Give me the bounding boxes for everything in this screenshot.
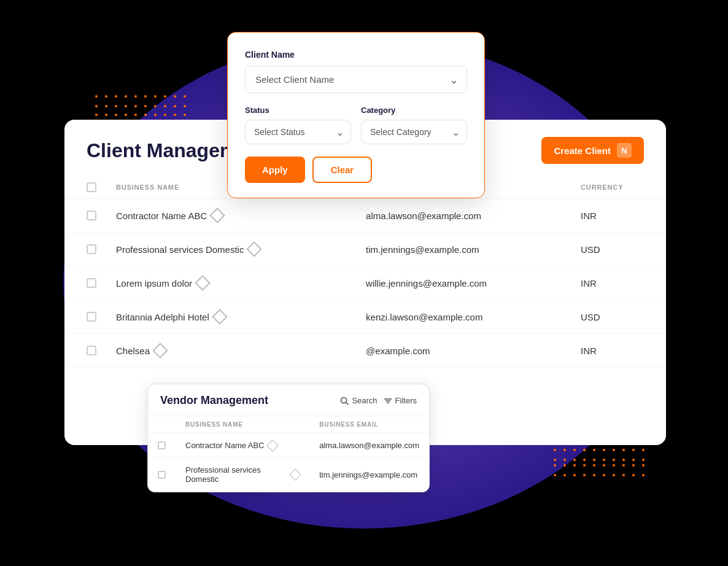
client-table: BUSINESS NAME CURRENCY Contractor Name A… — [64, 176, 666, 368]
row-currency: INR — [571, 334, 666, 368]
row-email: willie.jennings@example.com — [356, 266, 571, 300]
table-row: Chelsea @example.com INR — [64, 334, 666, 368]
category-label: Category — [361, 106, 467, 115]
status-select[interactable]: Select Status — [245, 120, 351, 144]
vendor-business-name-text: Contractor Name ABC — [185, 441, 265, 450]
diamond-icon — [195, 275, 210, 290]
row-business-name: Lorem ipsum dolor — [106, 266, 356, 300]
row-business-name: Professional services Domestic — [106, 233, 356, 266]
row-checkbox-cell — [64, 334, 106, 368]
row-business-name: Chelsea — [106, 334, 356, 368]
vendor-management-card: Vendor Management Search Filters — [147, 384, 430, 492]
business-name-cell: Contractor Name ABC — [116, 210, 346, 221]
svg-line-1 — [346, 402, 349, 405]
row-checkbox[interactable] — [87, 346, 96, 355]
table-header-checkbox — [64, 176, 106, 199]
business-name-text: Britannia Adelphi Hotel — [116, 312, 209, 322]
row-checkbox[interactable] — [87, 278, 96, 288]
vendor-diamond-icon — [266, 440, 279, 452]
vendor-diamond-icon — [289, 468, 301, 481]
col-currency: CURRENCY — [571, 176, 666, 199]
vendor-actions: Search Filters — [340, 396, 417, 405]
business-name-text: Professional services Domestic — [116, 244, 244, 255]
row-email: @example.com — [356, 334, 571, 368]
vendor-table: BUSINESS NAME BUSINESS EMAIL Contractor … — [148, 416, 429, 492]
table-row: Contractor Name ABC alma.lawson@example.… — [64, 199, 666, 233]
vendor-title: Vendor Management — [160, 394, 268, 407]
diamond-icon — [247, 241, 262, 257]
create-client-button[interactable]: Create Client N — [541, 137, 644, 164]
table-row: Professional services Domestic tim.jenni… — [64, 233, 666, 266]
business-name-cell: Lorem ipsum dolor — [116, 277, 346, 289]
filter-popup: Client Name Select Client Name ⌄ Status … — [227, 32, 485, 198]
apply-button[interactable]: Apply — [245, 157, 305, 183]
business-name-text: Chelsea — [116, 346, 150, 356]
vendor-filters-label: Filters — [395, 396, 417, 405]
vendor-search-button[interactable]: Search — [340, 396, 377, 405]
vendor-business-name-cell: Professional services Domestic — [185, 465, 300, 484]
filter-buttons: Apply Clear — [245, 157, 467, 183]
vendor-row-checkbox[interactable] — [158, 471, 166, 479]
select-all-checkbox[interactable] — [87, 182, 96, 192]
client-name-select-wrapper: Select Client Name ⌄ — [245, 66, 467, 93]
dots-decoration-bottom-right — [554, 464, 648, 480]
clear-button[interactable]: Clear — [312, 157, 373, 183]
row-checkbox[interactable] — [87, 211, 96, 220]
diamond-icon — [152, 343, 168, 358]
vendor-col-business-name: BUSINESS NAME — [176, 416, 309, 433]
row-email: kenzi.lawson@example.com — [356, 300, 571, 334]
vendor-table-row: Professional services Domestic tim.jenni… — [148, 458, 429, 492]
vendor-card-header: Vendor Management Search Filters — [148, 384, 429, 416]
business-name-cell: Professional services Domestic — [116, 244, 346, 255]
create-client-badge: N — [617, 143, 632, 158]
vendor-row-business-name: Contractor Name ABC — [176, 433, 309, 458]
dots-decoration-bottom-right-2 — [554, 449, 648, 465]
category-group: Category Select Category ⌄ — [361, 106, 467, 144]
vendor-search-label: Search — [352, 396, 377, 405]
row-business-name: Britannia Adelphi Hotel — [106, 300, 356, 334]
row-checkbox-cell — [64, 266, 106, 300]
dots-decoration-top-left — [95, 95, 190, 111]
category-select-wrapper: Select Category ⌄ — [361, 120, 467, 144]
vendor-row-email: alma.lawson@example.com — [309, 433, 429, 458]
row-checkbox[interactable] — [87, 244, 96, 254]
vendor-row-checkbox-cell — [148, 458, 176, 492]
business-name-cell: Chelsea — [116, 345, 346, 356]
vendor-row-email: tim.jennings@example.com — [309, 458, 429, 492]
vendor-col-checkbox — [148, 416, 176, 433]
vendor-col-business-email: BUSINESS EMAIL — [309, 416, 429, 433]
row-checkbox-cell — [64, 300, 106, 334]
row-currency: USD — [571, 233, 666, 266]
vendor-business-name-cell: Contractor Name ABC — [185, 441, 300, 450]
status-select-wrapper: Select Status ⌄ — [245, 120, 351, 144]
status-group: Status Select Status ⌄ — [245, 106, 351, 144]
filters-icon — [384, 397, 392, 405]
status-label: Status — [245, 106, 351, 115]
vendor-table-row: Contractor Name ABC alma.lawson@example.… — [148, 433, 429, 458]
client-name-select[interactable]: Select Client Name — [245, 66, 467, 93]
row-checkbox-cell — [64, 233, 106, 266]
vendor-row-checkbox-cell — [148, 433, 176, 458]
row-currency: USD — [571, 300, 666, 334]
diamond-icon — [212, 309, 227, 324]
create-client-label: Create Client — [554, 145, 611, 156]
vendor-row-checkbox[interactable] — [158, 441, 166, 449]
vendor-filters-button[interactable]: Filters — [384, 396, 417, 405]
table-row: Lorem ipsum dolor willie.jennings@exampl… — [64, 266, 666, 300]
row-email: tim.jennings@example.com — [356, 233, 571, 266]
row-currency: INR — [571, 266, 666, 300]
table-row: Britannia Adelphi Hotel kenzi.lawson@exa… — [64, 300, 666, 334]
business-name-text: Contractor Name ABC — [116, 211, 207, 221]
row-checkbox[interactable] — [87, 312, 96, 322]
row-email: alma.lawson@example.com — [356, 199, 571, 233]
diamond-icon — [210, 207, 225, 223]
client-name-label: Client Name — [245, 50, 467, 60]
vendor-business-name-text: Professional services Domestic — [185, 465, 287, 484]
row-business-name: Contractor Name ABC — [106, 199, 356, 233]
vendor-row-business-name: Professional services Domestic — [176, 458, 309, 492]
category-select[interactable]: Select Category — [361, 120, 467, 144]
status-category-row: Status Select Status ⌄ Category Select C… — [245, 106, 467, 144]
row-currency: INR — [571, 199, 666, 233]
row-checkbox-cell — [64, 199, 106, 233]
search-icon — [340, 397, 349, 405]
